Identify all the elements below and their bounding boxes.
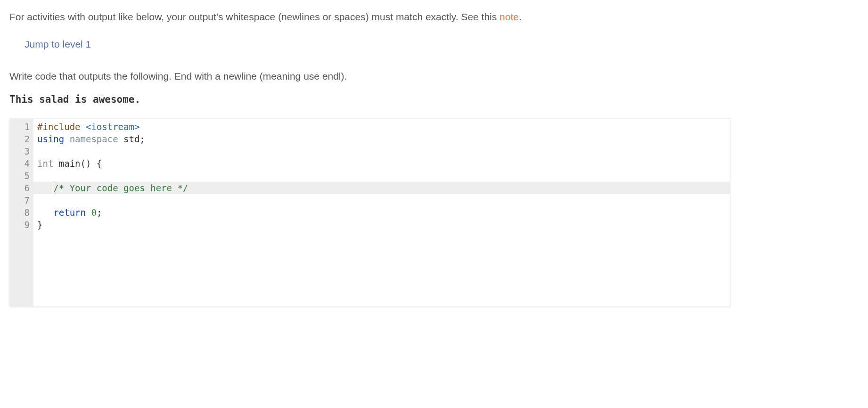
code-line[interactable]: }	[33, 219, 730, 231]
indent	[37, 207, 53, 218]
line-number: 5	[14, 170, 30, 182]
token-punct: }	[37, 220, 42, 230]
line-number: 3	[14, 145, 30, 157]
expected-output: This salad is awesome.	[9, 94, 859, 105]
token-punct: {	[91, 158, 102, 169]
space	[86, 207, 91, 218]
note-link[interactable]: note	[500, 11, 519, 22]
instruction-prefix: For activities with output like below, y…	[9, 11, 500, 22]
line-number: 1	[14, 121, 30, 133]
code-line-active[interactable]: /* Your code goes here */	[33, 182, 730, 194]
code-line[interactable]: return 0;	[33, 206, 730, 219]
token-keyword: return	[53, 207, 86, 218]
token-number: 0	[91, 207, 96, 218]
line-number: 8	[14, 206, 30, 219]
token-punct: ;	[139, 134, 145, 144]
indent	[37, 183, 53, 193]
code-line[interactable]: using namespace std;	[33, 133, 730, 145]
code-editor[interactable]: 1 2 3 4 5 6 7 8 9 #include <iostream> us…	[9, 118, 730, 307]
instruction-suffix: .	[519, 11, 522, 22]
token-include: <iostream>	[86, 122, 139, 132]
jump-to-level-link[interactable]: Jump to level 1	[25, 39, 859, 50]
instruction-text: For activities with output like below, y…	[9, 9, 859, 24]
token-preprocessor: #include	[37, 122, 86, 132]
code-line[interactable]	[33, 170, 730, 182]
line-number: 7	[14, 194, 30, 206]
token-punct: ;	[97, 207, 102, 218]
code-line[interactable]	[33, 194, 730, 206]
token-namespace: namespace	[64, 134, 118, 144]
token-identifier: std	[118, 134, 140, 144]
code-line[interactable]: #include <iostream>	[33, 121, 730, 133]
token-comment: /* Your code goes here */	[53, 183, 188, 193]
prompt-text: Write code that outputs the following. E…	[9, 69, 859, 84]
line-number: 9	[14, 219, 30, 231]
code-line[interactable]	[33, 145, 730, 157]
line-number: 4	[14, 157, 30, 170]
token-type: int	[37, 158, 53, 169]
code-line[interactable]: int main() {	[33, 157, 730, 170]
gutter: 1 2 3 4 5 6 7 8 9	[10, 119, 33, 306]
token-punct: ()	[81, 158, 91, 169]
token-function: main	[53, 158, 80, 169]
code-area[interactable]: #include <iostream> using namespace std;…	[33, 119, 730, 306]
line-number: 2	[14, 133, 30, 145]
line-number: 6	[14, 182, 30, 194]
token-keyword: using	[37, 134, 64, 144]
